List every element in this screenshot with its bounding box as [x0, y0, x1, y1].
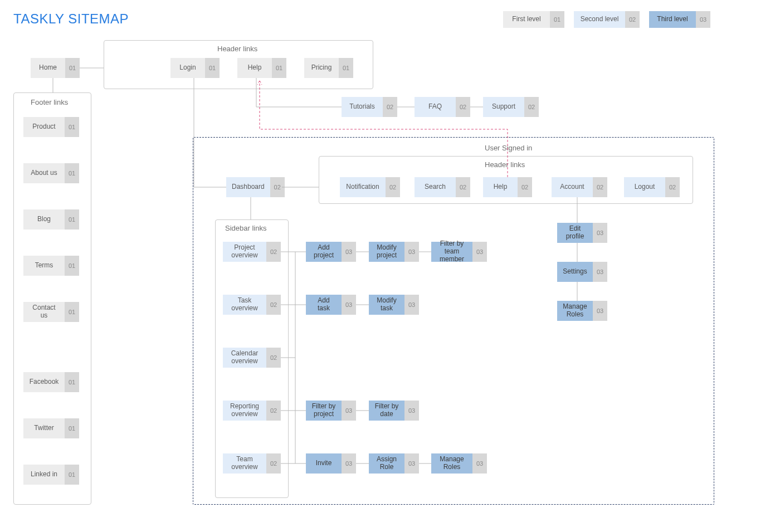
node-filter-by-date-num: 03 [404, 401, 419, 421]
node-settings-label: Settings [557, 262, 593, 282]
node-blog-label: Blog [23, 209, 65, 230]
node-filter-by-team-member: Filter by team member 03 [431, 242, 487, 262]
group-footer-links [13, 92, 91, 505]
node-notification: Notification 02 [340, 177, 400, 197]
legend-first-level-label: First level [503, 11, 550, 28]
node-invite-label: Invite [306, 453, 342, 474]
node-calendar-overview-num: 02 [266, 348, 281, 368]
node-product-label: Product [23, 117, 65, 137]
node-add-project-num: 03 [342, 242, 356, 262]
node-logout: Logout 02 [624, 177, 680, 197]
node-filter-by-project-label: Filter by project [306, 401, 342, 421]
node-about-us-label: About us [23, 163, 65, 183]
legend-third-level: Third level 03 [649, 11, 710, 28]
node-about-us: About us 01 [23, 163, 79, 183]
legend-second-level-label: Second level [574, 11, 625, 28]
node-team-overview-label: Team overview [223, 453, 266, 474]
node-logout-label: Logout [624, 177, 665, 197]
node-search-num: 02 [456, 177, 470, 197]
node-twitter-num: 01 [65, 418, 79, 438]
node-terms: Terms 01 [23, 256, 79, 276]
region-user-signed-in-title: User Signed in [485, 144, 532, 152]
node-notification-num: 02 [386, 177, 400, 197]
group-footer-links-title: Footer links [31, 98, 68, 106]
node-faq-num: 02 [456, 97, 470, 117]
group-sidebar-links-title: Sidebar links [225, 224, 266, 232]
node-twitter-label: Twitter [23, 418, 65, 438]
node-settings-num: 03 [593, 262, 607, 282]
node-pricing-label: Pricing [304, 58, 339, 78]
node-modify-project: Modify project 03 [369, 242, 419, 262]
node-home: Home 01 [31, 58, 80, 78]
node-product: Product 01 [23, 117, 79, 137]
node-filter-by-project-num: 03 [342, 401, 356, 421]
node-account: Account 02 [552, 177, 607, 197]
node-tutorials-label: Tutorials [342, 97, 383, 117]
node-contact-us-num: 01 [65, 302, 79, 322]
node-task-overview: Task overview 02 [223, 295, 281, 315]
node-support: Support 02 [483, 97, 539, 117]
node-assign-role-num: 03 [404, 453, 419, 474]
node-assign-role-label: Assign Role [369, 453, 404, 474]
node-filter-by-date-label: Filter by date [369, 401, 404, 421]
node-manage-roles-account-num: 03 [593, 301, 607, 321]
node-search: Search 02 [415, 177, 470, 197]
node-filter-by-date: Filter by date 03 [369, 401, 419, 421]
node-reporting-overview-num: 02 [266, 401, 281, 421]
node-login-label: Login [170, 58, 205, 78]
node-team-overview-num: 02 [266, 453, 281, 474]
node-task-overview-label: Task overview [223, 295, 266, 315]
node-manage-roles-team: Manage Roles 03 [431, 453, 487, 474]
node-dashboard-num: 02 [270, 177, 285, 197]
node-add-task-num: 03 [342, 295, 356, 315]
node-project-overview-label: Project overview [223, 242, 266, 262]
node-terms-label: Terms [23, 256, 65, 276]
node-modify-project-label: Modify project [369, 242, 404, 262]
group-header-links-title: Header links [217, 45, 257, 53]
node-modify-task-label: Modify task [369, 295, 404, 315]
node-signed-help-label: Help [483, 177, 518, 197]
node-facebook-num: 01 [65, 372, 79, 392]
page-title: TASKLY SITEMAP [13, 11, 129, 27]
node-help-num: 01 [272, 58, 286, 78]
node-assign-role: Assign Role 03 [369, 453, 419, 474]
node-faq-label: FAQ [415, 97, 456, 117]
node-calendar-overview: Calendar overview 02 [223, 348, 281, 368]
legend-first-level-num: 01 [550, 11, 564, 28]
legend-first-level: First level 01 [503, 11, 564, 28]
legend-third-level-num: 03 [696, 11, 710, 28]
node-settings: Settings 03 [557, 262, 607, 282]
node-signed-help: Help 02 [483, 177, 532, 197]
node-support-num: 02 [524, 97, 539, 117]
node-help: Help 01 [237, 58, 286, 78]
node-about-us-num: 01 [65, 163, 79, 183]
node-support-label: Support [483, 97, 524, 117]
node-tutorials-num: 02 [383, 97, 397, 117]
node-reporting-overview-label: Reporting overview [223, 401, 266, 421]
node-modify-task-num: 03 [404, 295, 419, 315]
node-twitter: Twitter 01 [23, 418, 79, 438]
node-project-overview-num: 02 [266, 242, 281, 262]
node-pricing-num: 01 [339, 58, 353, 78]
node-modify-project-num: 03 [404, 242, 419, 262]
legend-second-level: Second level 02 [574, 11, 640, 28]
node-edit-profile-label: Edit profile [557, 223, 593, 243]
node-linkedin-num: 01 [65, 465, 79, 485]
node-dashboard: Dashboard 02 [226, 177, 282, 197]
node-signed-help-num: 02 [518, 177, 532, 197]
legend-second-level-num: 02 [625, 11, 640, 28]
node-dashboard-label: Dashboard [226, 177, 270, 197]
node-help-label: Help [237, 58, 272, 78]
node-manage-roles-team-label: Manage Roles [431, 453, 472, 474]
node-project-overview: Project overview 02 [223, 242, 281, 262]
node-blog: Blog 01 [23, 209, 79, 230]
node-facebook: Facebook 01 [23, 372, 79, 392]
node-login: Login 01 [170, 58, 220, 78]
node-linkedin-label: Linked in [23, 465, 65, 485]
node-manage-roles-account: Manage Roles 03 [557, 301, 607, 321]
node-blog-num: 01 [65, 209, 79, 230]
node-account-num: 02 [593, 177, 607, 197]
group-signed-header-links-title: Header links [485, 160, 525, 169]
node-add-task-label: Add task [306, 295, 342, 315]
node-contact-us: Contact us 01 [23, 302, 79, 322]
